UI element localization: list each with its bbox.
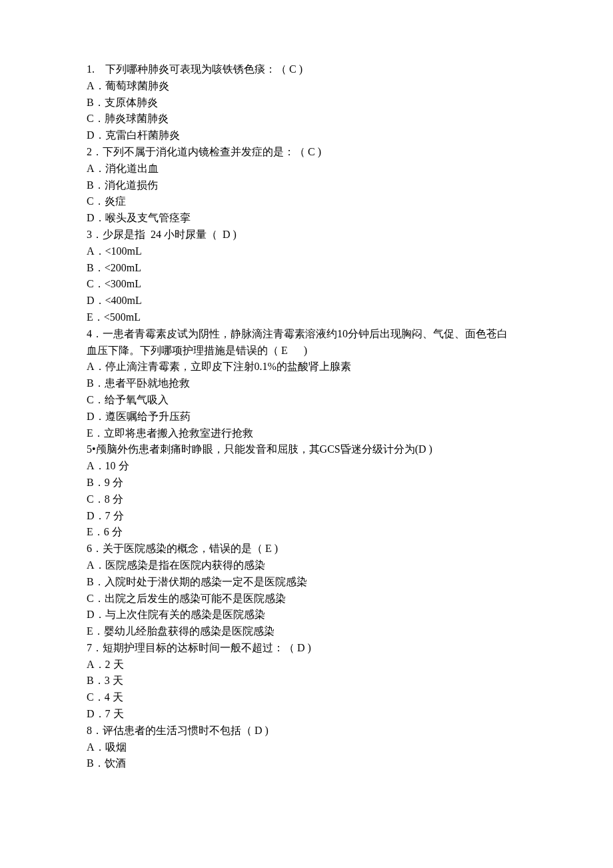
question-option: B．<200mL bbox=[87, 260, 526, 277]
question-option: D．7 天 bbox=[87, 706, 526, 723]
question-stem: 7．短期护理目标的达标时间一般不超过：（ D ) bbox=[87, 640, 526, 657]
question-stem: 2．下列不属于消化道内镜检查并发症的是：（ C ) bbox=[87, 144, 526, 161]
question-option: C．肺炎球菌肺炎 bbox=[87, 111, 526, 127]
question-option: A．停止滴注青霉素，立即皮下注射0.1%的盐酸肾上腺素 bbox=[87, 359, 526, 375]
question-option: D．克雷白杆菌肺炎 bbox=[87, 127, 526, 144]
question-option: B．入院时处于潜伏期的感染一定不是医院感染 bbox=[87, 574, 526, 591]
question-option: A．吸烟 bbox=[87, 739, 526, 756]
question-option: B．患者平卧就地抢救 bbox=[87, 375, 526, 392]
question-option: E．婴幼儿经胎盘获得的感染是医院感染 bbox=[87, 623, 526, 640]
question-option: A．2 天 bbox=[87, 657, 526, 673]
question-stem: 5•颅脑外伤患者刺痛时睁眼，只能发音和屈肢，其GCS昏迷分级计分为(D ) bbox=[87, 441, 526, 458]
document-page: 1. 下列哪种肺炎可表现为咳铁锈色痰：（ C )A．葡萄球菌肺炎B．支原体肺炎C… bbox=[87, 61, 526, 772]
question-option: B．饮酒 bbox=[87, 755, 526, 772]
question-option: E．<500mL bbox=[87, 309, 526, 326]
question-option: D．遵医嘱给予升压药 bbox=[87, 409, 526, 425]
question-option: C．8 分 bbox=[87, 491, 526, 508]
question-stem: 血压下降。下列哪项护理措施是错误的（ E ) bbox=[87, 343, 526, 359]
question-option: A．<100mL bbox=[87, 243, 526, 260]
question-stem: 6．关于医院感染的概念，错误的是（ E ) bbox=[87, 541, 526, 557]
question-option: B．支原体肺炎 bbox=[87, 95, 526, 111]
question-option: A．医院感染是指在医院内获得的感染 bbox=[87, 557, 526, 574]
question-stem: 4．一患者青霉素皮试为阴性，静脉滴注青霉素溶液约10分钟后出现胸闷、气促、面色苍… bbox=[87, 326, 526, 343]
question-option: D．<400mL bbox=[87, 293, 526, 309]
question-option: B．9 分 bbox=[87, 475, 526, 491]
question-option: B．3 天 bbox=[87, 673, 526, 689]
question-option: E．立即将患者搬入抢救室进行抢救 bbox=[87, 425, 526, 442]
question-option: C．出院之后发生的感染可能不是医院感染 bbox=[87, 591, 526, 607]
question-stem: 8．评估患者的生活习惯时不包括（ D ) bbox=[87, 723, 526, 739]
question-option: C．4 天 bbox=[87, 689, 526, 706]
question-option: B．消化道损伤 bbox=[87, 177, 526, 194]
question-option: A．10 分 bbox=[87, 458, 526, 475]
question-option: A．葡萄球菌肺炎 bbox=[87, 78, 526, 95]
question-stem: 1. 下列哪种肺炎可表现为咳铁锈色痰：（ C ) bbox=[87, 61, 526, 78]
question-option: D．7 分 bbox=[87, 508, 526, 525]
question-option: C．炎症 bbox=[87, 193, 526, 210]
question-option: A．消化道出血 bbox=[87, 161, 526, 177]
question-option: D．喉头及支气管痉挛 bbox=[87, 210, 526, 227]
question-option: C．给予氧气吸入 bbox=[87, 392, 526, 409]
question-stem: 3．少尿是指 24 小时尿量（ D ) bbox=[87, 227, 526, 243]
question-option: C．<300mL bbox=[87, 276, 526, 293]
question-option: E．6 分 bbox=[87, 524, 526, 541]
question-option: D．与上次住院有关的感染是医院感染 bbox=[87, 607, 526, 623]
